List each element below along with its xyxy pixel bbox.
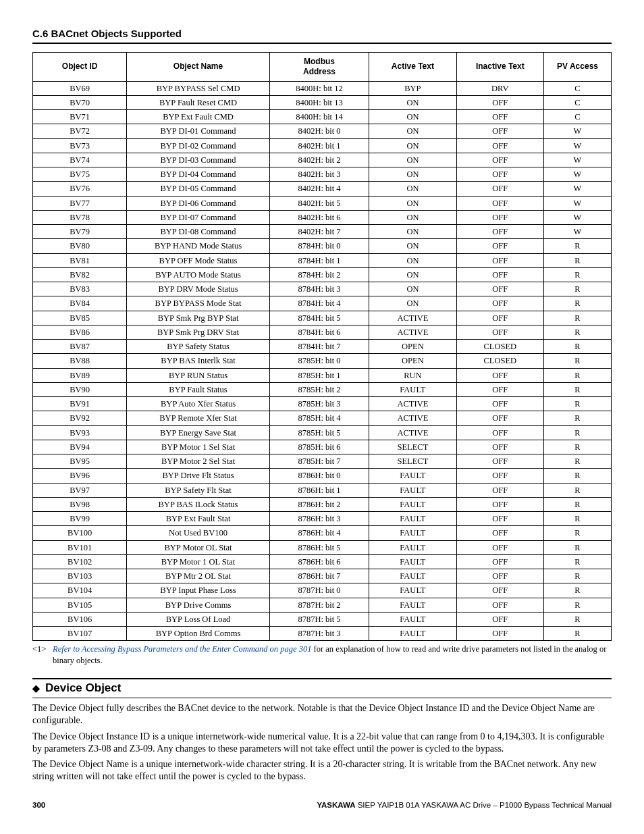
table-cell: 8785H: bit 3	[269, 397, 369, 411]
table-cell: OFF	[456, 411, 544, 425]
table-cell: BYP Smk Prg BYP Stat	[127, 311, 269, 325]
table-cell: OFF	[456, 196, 544, 210]
table-cell: BYP Fault Status	[127, 382, 269, 396]
table-cell: 8402H: bit 3	[269, 167, 369, 182]
table-row: BV87BYP Safety Status8784H: bit 7OPENCLO…	[33, 340, 612, 354]
table-row: BV106BYP Loss Of Load8787H: bit 5FAULTOF…	[33, 612, 612, 626]
table-cell: 8787H: bit 0	[269, 583, 369, 598]
table-cell: BYP DRV Mode Status	[127, 282, 269, 296]
table-cell: ON	[369, 95, 456, 109]
table-cell: BYP Auto Xfer Status	[127, 397, 269, 411]
table-row: BV104BYP Input Phase Loss8787H: bit 0FAU…	[33, 583, 612, 598]
table-row: BV74BYP DI-03 Command8402H: bit 2ONOFFW	[33, 153, 612, 167]
table-cell: 8786H: bit 6	[269, 554, 369, 569]
table-row: BV94BYP Motor 1 Sel Stat8785H: bit 6SELE…	[33, 440, 612, 454]
table-cell: BV100	[33, 526, 127, 540]
table-cell: BYP Motor 1 Sel Stat	[127, 440, 269, 454]
table-cell: BYP Option Brd Comms	[127, 627, 269, 641]
table-cell: BYP Motor 1 OL Stat	[127, 554, 269, 569]
table-cell: BYP Motor OL Stat	[127, 540, 269, 554]
table-cell: BYP BYPASS Mode Stat	[127, 296, 269, 311]
table-row: BV82BYP AUTO Mode Status8784H: bit 2ONOF…	[33, 267, 612, 282]
table-row: BV71BYP Ext Fault CMD8400H: bit 14ONOFFC	[33, 110, 612, 124]
table-cell: ACTIVE	[369, 397, 456, 411]
table-cell: ON	[369, 225, 456, 239]
table-cell: BV73	[33, 138, 127, 153]
table-cell: BYP Safety Status	[127, 340, 269, 354]
table-cell: R	[544, 368, 612, 382]
footnote-link[interactable]: Refer to Accessing Bypass Parameters and…	[53, 644, 311, 654]
table-cell: OFF	[456, 153, 544, 167]
table-cell: OFF	[456, 512, 544, 526]
table-cell: R	[544, 440, 612, 454]
table-footnote: <1> Refer to Accessing Bypass Parameters…	[32, 644, 612, 666]
table-cell: W	[544, 153, 612, 167]
table-row: BV105BYP Drive Comms8787H: bit 2FAULTOFF…	[33, 598, 612, 612]
table-cell: R	[544, 296, 612, 311]
table-cell: BV87	[33, 340, 127, 354]
table-row: BV76BYP DI-05 Command8402H: bit 4ONOFFW	[33, 182, 612, 196]
table-cell: BYP Smk Prg DRV Stat	[127, 325, 269, 339]
table-cell: BV92	[33, 411, 127, 425]
table-cell: BV96	[33, 469, 127, 483]
table-cell: 8402H: bit 6	[269, 210, 369, 224]
table-row: BV72BYP DI-01 Command8402H: bit 0ONOFFW	[33, 124, 612, 138]
table-cell: R	[544, 354, 612, 368]
table-row: BV101BYP Motor OL Stat8786H: bit 5FAULTO…	[33, 540, 612, 554]
device-object-heading: ◆ Device Object	[32, 681, 612, 698]
table-cell: OFF	[456, 497, 544, 511]
table-cell: BV94	[33, 440, 127, 454]
table-cell: BV98	[33, 497, 127, 511]
table-cell: 8402H: bit 2	[269, 153, 369, 167]
table-cell: BYP DI-02 Command	[127, 138, 269, 153]
table-cell: OFF	[456, 627, 544, 641]
table-cell: BV101	[33, 540, 127, 554]
table-cell: DRV	[456, 81, 544, 95]
table-cell: BV71	[33, 110, 127, 124]
table-cell: OFF	[456, 425, 544, 440]
table-cell: OFF	[456, 267, 544, 282]
table-row: BV91BYP Auto Xfer Status8785H: bit 3ACTI…	[33, 397, 612, 411]
table-cell: R	[544, 267, 612, 282]
table-cell: OFF	[456, 253, 544, 267]
table-cell: BV80	[33, 239, 127, 253]
footnote-mark: <1>	[32, 644, 53, 666]
table-cell: ACTIVE	[369, 325, 456, 339]
table-cell: OFF	[456, 311, 544, 325]
table-cell: FAULT	[369, 483, 456, 497]
table-cell: 8400H: bit 14	[269, 110, 369, 124]
table-cell: FAULT	[369, 569, 456, 583]
table-cell: OFF	[456, 282, 544, 296]
table-cell: BYP DI-03 Command	[127, 153, 269, 167]
table-cell: 8786H: bit 2	[269, 497, 369, 511]
table-cell: BYP OFF Mode Status	[127, 253, 269, 267]
table-cell: OFF	[456, 598, 544, 612]
th-object-name: Object Name	[127, 52, 269, 81]
table-cell: W	[544, 196, 612, 210]
table-cell: FAULT	[369, 540, 456, 554]
table-cell: OFF	[456, 239, 544, 253]
table-cell: R	[544, 483, 612, 497]
table-cell: BYP Safety Flt Stat	[127, 483, 269, 497]
table-cell: BYP DI-04 Command	[127, 167, 269, 182]
table-cell: 8784H: bit 4	[269, 296, 369, 311]
table-cell: BV88	[33, 354, 127, 368]
table-cell: OFF	[456, 454, 544, 469]
table-cell: BYP Remote Xfer Stat	[127, 411, 269, 425]
table-cell: R	[544, 454, 612, 469]
table-cell: R	[544, 325, 612, 339]
table-cell: BV106	[33, 612, 127, 626]
table-row: BV80BYP HAND Mode Status8784H: bit 0ONOF…	[33, 239, 612, 253]
table-cell: 8786H: bit 7	[269, 569, 369, 583]
table-cell: W	[544, 225, 612, 239]
table-cell: R	[544, 540, 612, 554]
table-cell: R	[544, 282, 612, 296]
table-cell: R	[544, 340, 612, 354]
table-cell: BYP Mtr 2 OL Stat	[127, 569, 269, 583]
table-cell: W	[544, 210, 612, 224]
table-cell: BV89	[33, 368, 127, 382]
table-cell: FAULT	[369, 612, 456, 626]
table-cell: BYP	[369, 81, 456, 95]
table-row: BV97BYP Safety Flt Stat8786H: bit 1FAULT…	[33, 483, 612, 497]
table-cell: ON	[369, 124, 456, 138]
